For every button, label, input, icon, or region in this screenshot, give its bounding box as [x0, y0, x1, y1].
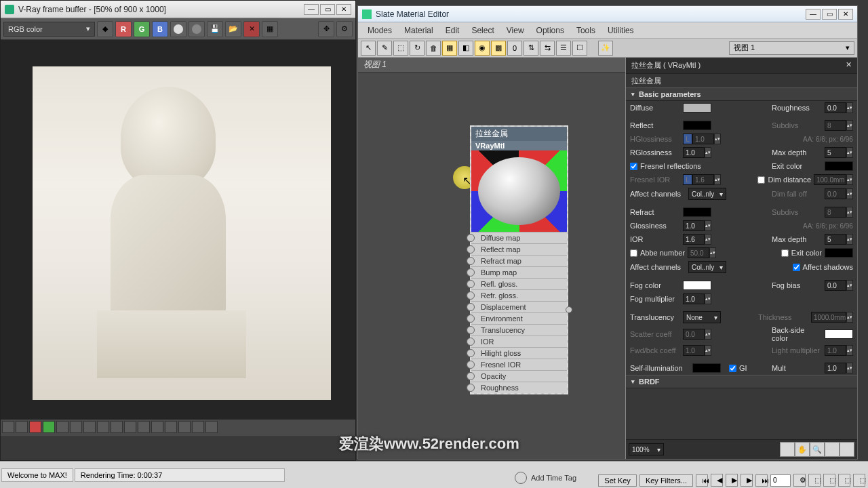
reflect-maxdepth-spinner[interactable]: 5: [825, 147, 846, 158]
roughness-spinner[interactable]: 0.0: [825, 102, 846, 113]
nav-a-icon[interactable]: ⬚: [780, 442, 795, 457]
white-balance-icon[interactable]: [70, 421, 82, 433]
mono-button[interactable]: [170, 21, 186, 37]
fresnel-checkbox[interactable]: [630, 163, 637, 170]
green-channel-button[interactable]: G: [134, 21, 150, 37]
fresnel-ior-spinner[interactable]: 1.6: [692, 174, 714, 185]
menu-select[interactable]: Select: [466, 24, 499, 37]
slot-refr-gloss[interactable]: Refr. gloss.: [471, 289, 567, 301]
menu-view[interactable]: View: [501, 24, 530, 37]
save-image-button[interactable]: 💾: [207, 21, 223, 37]
refract-maxdepth-spinner[interactable]: 5: [825, 234, 846, 245]
close-button[interactable]: ✕: [838, 9, 853, 20]
assign-material-icon[interactable]: ⬚: [393, 41, 408, 56]
curve-icon[interactable]: [43, 421, 55, 433]
refract-exit-swatch[interactable]: [825, 248, 853, 258]
viewport-nav-a-icon[interactable]: ⬚: [808, 474, 821, 487]
menu-modes[interactable]: Modes: [362, 24, 397, 37]
zero-icon[interactable]: 0: [507, 41, 522, 56]
reflect-exit-swatch[interactable]: [825, 161, 853, 171]
reflect-affect-select[interactable]: Col..nly▾: [688, 188, 726, 200]
close-button[interactable]: ✕: [336, 4, 351, 15]
background-icon[interactable]: ▩: [491, 41, 506, 56]
abbe-spinner[interactable]: 50.0: [688, 247, 709, 258]
slot-translucency[interactable]: Translucency: [471, 324, 567, 336]
nav-home-icon[interactable]: ⌂: [840, 442, 854, 457]
red-channel-button[interactable]: R: [115, 21, 132, 37]
scatter-spinner[interactable]: 0.0: [683, 329, 705, 340]
vfb-titlebar[interactable]: V-Ray frame buffer - [50% of 900 x 1000]…: [1, 1, 355, 18]
viewport-nav-d-icon[interactable]: ⬚: [853, 474, 865, 487]
node-output-socket[interactable]: [566, 306, 572, 313]
nav-extents-icon[interactable]: ⛶: [825, 442, 840, 457]
fog-bias-spinner[interactable]: 0.0: [825, 280, 846, 291]
reflect-color-swatch[interactable]: [683, 121, 711, 130]
minimize-button[interactable]: —: [806, 9, 821, 20]
slot-environment[interactable]: Environment: [471, 312, 567, 324]
layout-a-icon[interactable]: ⇅: [524, 41, 538, 56]
slot-opacity[interactable]: Opacity: [471, 370, 567, 382]
region-render-button[interactable]: ✥: [318, 21, 334, 37]
material-node[interactable]: 拉丝金属 VRayMtl Diffuse map Reflect map Ref…: [470, 125, 568, 394]
goto-start-icon[interactable]: ⏮: [696, 474, 708, 487]
info-d-icon[interactable]: [138, 421, 150, 433]
backside-swatch[interactable]: [825, 329, 853, 339]
stop-render-button[interactable]: ⨯: [243, 21, 260, 37]
next-frame-icon[interactable]: ▶: [741, 474, 753, 487]
add-time-tag-button[interactable]: Add Time Tag: [531, 474, 576, 482]
lightmult-spinner[interactable]: 1.0: [825, 345, 846, 356]
stereo-icon[interactable]: [178, 421, 191, 433]
thickness-spinner[interactable]: 1000.0mm: [811, 312, 846, 323]
render-viewport[interactable]: [1, 40, 355, 420]
affect-shadows-checkbox[interactable]: [793, 264, 800, 271]
menu-utilities[interactable]: Utilities: [602, 24, 639, 37]
prev-frame-icon[interactable]: ◀: [711, 474, 723, 487]
levels-icon[interactable]: [29, 421, 41, 433]
search-icon[interactable]: ✨: [598, 41, 613, 56]
key-filters-button[interactable]: Key Filters...: [639, 474, 693, 487]
set-key-button[interactable]: Set Key: [598, 474, 637, 487]
zoom-select[interactable]: 100%▾: [629, 443, 664, 455]
rollup-brdf[interactable]: BRDF: [626, 375, 857, 388]
pick-material-icon[interactable]: ✎: [377, 41, 392, 56]
time-config-icon[interactable]: ⚙: [793, 474, 806, 487]
clock-icon[interactable]: [515, 472, 527, 484]
slate-titlebar[interactable]: Slate Material Editor — ▭ ✕: [358, 6, 857, 22]
maximize-button[interactable]: ▭: [822, 9, 837, 20]
grid-icon[interactable]: ☐: [572, 41, 587, 56]
show-end-result-icon[interactable]: ◧: [458, 41, 473, 56]
color-mode-icon[interactable]: ◆: [97, 21, 113, 37]
dim-falloff-spinner[interactable]: 0.0: [825, 188, 846, 199]
view-tab[interactable]: 视图 1: [358, 58, 625, 73]
stamp-icon[interactable]: [205, 421, 218, 433]
nav-zoom-icon[interactable]: 🔍: [810, 442, 825, 457]
lens-fx-icon[interactable]: [192, 421, 204, 433]
fog-mult-spinner[interactable]: 1.0: [683, 293, 705, 304]
gi-checkbox[interactable]: [729, 365, 736, 372]
corrections-button[interactable]: ⚙: [336, 21, 353, 37]
list-icon[interactable]: ☰: [556, 41, 571, 56]
refract-subdiv-spinner[interactable]: 8: [825, 207, 846, 218]
delete-icon[interactable]: 🗑: [426, 41, 441, 56]
play-icon[interactable]: ▶: [726, 474, 738, 487]
viewport-nav-c-icon[interactable]: ⬚: [838, 474, 850, 487]
info-e-icon[interactable]: [151, 421, 163, 433]
fwdbck-spinner[interactable]: 1.0: [683, 345, 705, 356]
refract-exit-checkbox[interactable]: [781, 249, 789, 257]
fog-color-swatch[interactable]: [683, 281, 711, 290]
backlight-icon[interactable]: ◉: [475, 41, 490, 56]
slot-displacement[interactable]: Displacement: [471, 301, 567, 312]
view-select[interactable]: 视图 1▾: [729, 41, 854, 55]
slot-bump-map[interactable]: Bump map: [471, 266, 567, 278]
compare-icon[interactable]: [16, 421, 28, 433]
hgloss-lock-icon[interactable]: L: [683, 134, 692, 144]
open-image-button[interactable]: 📂: [225, 21, 241, 37]
hsl-icon[interactable]: [83, 421, 96, 433]
menu-tools[interactable]: Tools: [571, 24, 601, 37]
slot-refract-map[interactable]: Refract map: [471, 255, 567, 266]
slot-hilight-gloss[interactable]: Hilight gloss: [471, 347, 567, 359]
blue-channel-button[interactable]: B: [152, 21, 168, 37]
nav-pan-icon[interactable]: ✋: [795, 442, 810, 457]
hglossiness-spinner[interactable]: 1.0: [692, 134, 714, 144]
refract-ior-spinner[interactable]: 1.6: [683, 234, 705, 245]
